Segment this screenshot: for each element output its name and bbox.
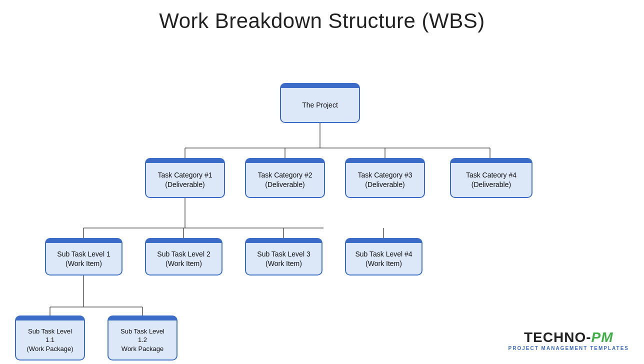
node-root-label: The Project	[302, 100, 338, 110]
logo-dash: -	[586, 330, 591, 345]
node-sub1: Sub Task Level 1(Work Item)	[45, 238, 122, 276]
node-sub2-label: Sub Task Level 2(Work Item)	[157, 250, 210, 268]
node-pkg2: Sub Task Level1.2Work Package	[108, 316, 178, 360]
logo: TECHNO-PM PROJECT MANAGEMENT TEMPLATES	[508, 330, 629, 351]
node-sub4: Sub Task Level #4(Work Item)	[345, 238, 422, 276]
node-sub1-label: Sub Task Level 1(Work Item)	[57, 250, 110, 268]
node-cat1-label: Task Category #1(Deliverable)	[158, 170, 212, 190]
node-cat3: Task Category #3(Deliverable)	[345, 158, 425, 198]
wbs-diagram: The Project Task Category #1(Deliverable…	[0, 33, 644, 357]
node-cat1: Task Category #1(Deliverable)	[145, 158, 225, 198]
node-sub2: Sub Task Level 2(Work Item)	[145, 238, 222, 276]
logo-no: NO	[564, 330, 586, 345]
node-cat4-label: Task Cateory #4(Deliverable)	[466, 170, 516, 190]
node-sub3-label: Sub Task Level 3(Work Item)	[257, 250, 310, 268]
node-pkg1: Sub Task Level1.1(Work Package)	[15, 316, 85, 360]
page-title: Work Breakdown Structure (WBS)	[0, 0, 644, 33]
logo-text: TECHNO-PM	[524, 330, 614, 344]
node-root: The Project	[280, 83, 360, 123]
node-cat2-label: Task Category #2(Deliverable)	[258, 170, 312, 190]
node-sub3: Sub Task Level 3(Work Item)	[245, 238, 322, 276]
node-cat4: Task Cateory #4(Deliverable)	[450, 158, 532, 198]
logo-tech: TECH	[524, 330, 564, 345]
node-pkg1-label: Sub Task Level1.1(Work Package)	[27, 327, 74, 354]
node-pkg2-label: Sub Task Level1.2Work Package	[120, 327, 164, 354]
node-cat3-label: Task Category #3(Deliverable)	[358, 170, 412, 190]
logo-subtitle: PROJECT MANAGEMENT TEMPLATES	[508, 346, 629, 351]
logo-pm: PM	[592, 330, 614, 345]
node-sub4-label: Sub Task Level #4(Work Item)	[355, 250, 412, 268]
node-cat2: Task Category #2(Deliverable)	[245, 158, 325, 198]
